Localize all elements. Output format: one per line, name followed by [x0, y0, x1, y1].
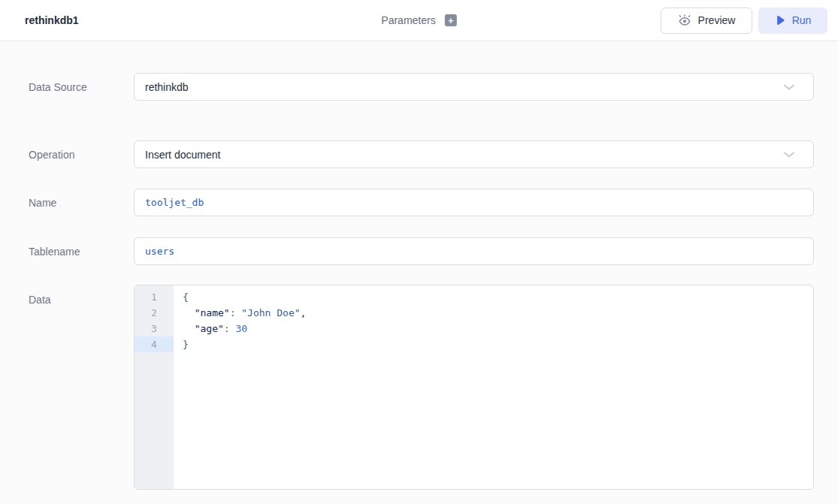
run-button[interactable]: Run: [758, 8, 827, 34]
code-token: ,: [301, 307, 307, 318]
operation-label: Operation: [29, 140, 134, 168]
name-input[interactable]: tooljet_db: [134, 189, 814, 216]
run-button-label: Run: [792, 14, 812, 26]
line-number: 2: [135, 305, 174, 321]
line-number: 3: [135, 321, 174, 337]
play-icon: [775, 15, 785, 26]
data-source-label: Data Source: [29, 73, 134, 101]
code-token: "age": [183, 323, 224, 334]
code-token: "John Doe": [241, 307, 300, 318]
code-token: 30: [235, 323, 247, 334]
tablename-row: Tablename users: [29, 237, 838, 265]
plus-icon[interactable]: [445, 14, 457, 26]
code-token: :: [224, 323, 236, 334]
name-row: Name tooljet_db: [29, 189, 838, 216]
query-form: Data Source rethinkdb Operation Insert d…: [0, 73, 838, 490]
code-token: }: [183, 339, 189, 350]
operation-row: Operation Insert document: [29, 140, 838, 168]
code-line: }: [183, 337, 813, 352]
preview-button-label: Preview: [698, 14, 736, 26]
code-token: {: [183, 291, 189, 303]
data-source-row: Data Source rethinkdb: [29, 73, 838, 101]
preview-button[interactable]: Preview: [661, 8, 752, 34]
name-input-value: tooljet_db: [145, 197, 204, 208]
tablename-input-value: users: [145, 246, 174, 257]
code-token: :: [230, 307, 242, 318]
parameters-section: Parameters: [381, 14, 456, 26]
name-label: Name: [29, 189, 134, 216]
data-label: Data: [29, 285, 134, 490]
operation-select[interactable]: Insert document: [134, 140, 814, 168]
header-actions: Preview Run: [661, 8, 827, 34]
query-title: rethinkdb1: [25, 14, 79, 26]
code-line: {: [183, 289, 813, 305]
code-token: "name": [183, 307, 230, 318]
code-line: "name": "John Doe",: [183, 305, 813, 321]
operation-value: Insert document: [145, 149, 783, 161]
eye-icon: [678, 14, 691, 26]
code-line: "age": 30: [183, 321, 813, 337]
line-number: 1: [135, 289, 174, 305]
data-source-value: rethinkdb: [145, 81, 783, 93]
tablename-label: Tablename: [29, 237, 134, 265]
query-editor-header: rethinkdb1 Parameters Preview Run: [0, 0, 838, 41]
tablename-input[interactable]: users: [134, 237, 814, 265]
editor-code-area[interactable]: { "name": "John Doe", "age": 30 }: [174, 285, 813, 489]
parameters-label: Parameters: [381, 14, 435, 26]
chevron-down-icon: [783, 80, 795, 94]
data-code-editor[interactable]: 1 2 3 4 { "name": "John Doe", "age": 30 …: [134, 285, 814, 490]
data-source-select[interactable]: rethinkdb: [134, 73, 814, 101]
chevron-down-icon: [783, 148, 795, 161]
data-row: Data 1 2 3 4 { "name": "John Doe", "age"…: [29, 285, 838, 490]
line-number-active: 4: [135, 337, 174, 352]
editor-gutter: 1 2 3 4: [135, 285, 174, 489]
